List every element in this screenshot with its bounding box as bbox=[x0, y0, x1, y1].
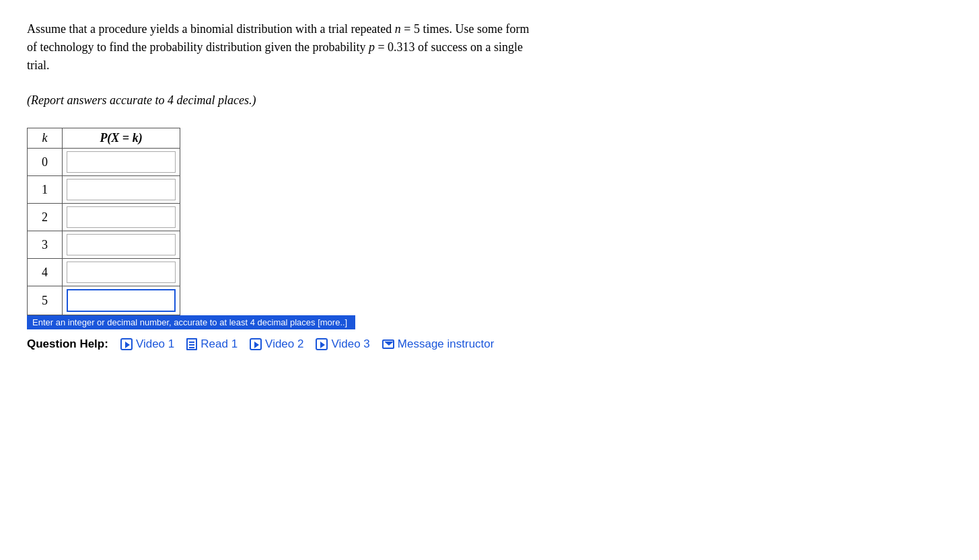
px-cell-1[interactable] bbox=[63, 176, 180, 204]
k-value-2: 2 bbox=[28, 204, 63, 231]
question-help-bar: Question Help: Video 1 Read 1 Video 2 Vi… bbox=[27, 337, 952, 351]
px-cell-4[interactable] bbox=[63, 259, 180, 286]
col-px-header: P(X = k) bbox=[63, 128, 180, 149]
video2-link[interactable]: Video 2 bbox=[250, 337, 303, 351]
table-row: 4 bbox=[28, 259, 180, 286]
video2-label: Video 2 bbox=[265, 337, 303, 351]
video1-link[interactable]: Video 1 bbox=[120, 337, 174, 351]
table-row: 2 bbox=[28, 204, 180, 231]
message-instructor-link[interactable]: Message instructor bbox=[382, 337, 495, 351]
table-row: 3 bbox=[28, 231, 180, 259]
input-tooltip: Enter an integer or decimal number, accu… bbox=[27, 315, 355, 329]
px-input-2[interactable] bbox=[67, 206, 176, 228]
px-cell-3[interactable] bbox=[63, 231, 180, 259]
mail-icon bbox=[382, 339, 394, 349]
probability-table: k P(X = k) 0 1 2 bbox=[27, 128, 180, 315]
k-value-4: 4 bbox=[28, 259, 63, 286]
px-input-1[interactable] bbox=[67, 179, 176, 200]
px-cell-0[interactable] bbox=[63, 149, 180, 176]
problem-statement: Assume that a procedure yields a binomia… bbox=[27, 20, 935, 75]
k-value-5: 5 bbox=[28, 286, 63, 315]
px-input-5[interactable] bbox=[67, 289, 176, 312]
play-icon-3 bbox=[316, 338, 328, 350]
px-cell-2[interactable] bbox=[63, 204, 180, 231]
report-note: (Report answers accurate to 4 decimal pl… bbox=[27, 93, 952, 108]
video1-label: Video 1 bbox=[136, 337, 174, 351]
k-value-0: 0 bbox=[28, 149, 63, 176]
k-value-3: 3 bbox=[28, 231, 63, 259]
px-input-4[interactable] bbox=[67, 262, 176, 283]
table-row: 5 bbox=[28, 286, 180, 315]
px-input-0[interactable] bbox=[67, 151, 176, 173]
table-row: 1 bbox=[28, 176, 180, 204]
k-value-1: 1 bbox=[28, 176, 63, 204]
play-icon-1 bbox=[120, 338, 133, 350]
video3-label: Video 3 bbox=[331, 337, 369, 351]
video3-link[interactable]: Video 3 bbox=[316, 337, 369, 351]
play-icon-2 bbox=[250, 338, 262, 350]
px-cell-5[interactable] bbox=[63, 286, 180, 315]
message-instructor-label: Message instructor bbox=[398, 337, 495, 351]
col-k-header: k bbox=[28, 128, 63, 149]
question-help-label: Question Help: bbox=[27, 337, 108, 351]
read1-label: Read 1 bbox=[201, 337, 238, 351]
px-input-3[interactable] bbox=[67, 234, 176, 255]
read1-link[interactable]: Read 1 bbox=[186, 337, 238, 351]
table-row: 0 bbox=[28, 149, 180, 176]
doc-icon-1 bbox=[186, 338, 197, 350]
